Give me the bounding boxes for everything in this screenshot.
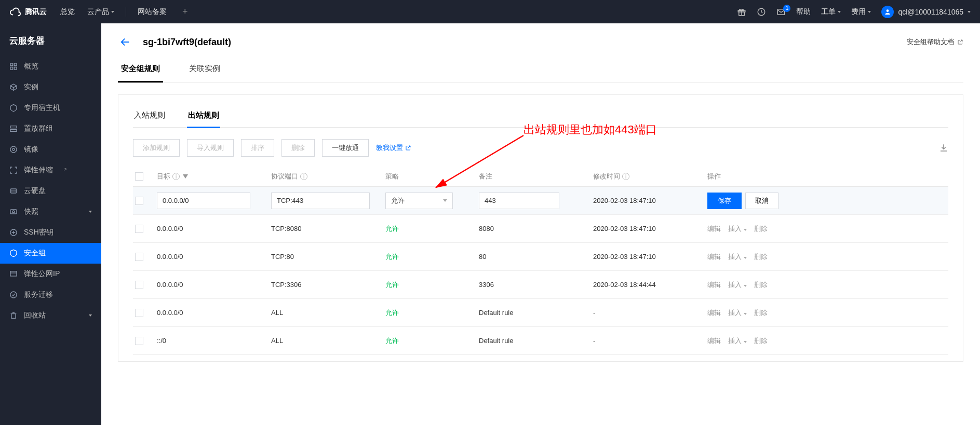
protocol-cell: TCP:3306 [271, 281, 385, 289]
back-button[interactable] [118, 35, 132, 49]
note-cell: 8080 [479, 225, 593, 232]
tab-outbound[interactable]: 出站规则 [187, 107, 220, 128]
download-icon[interactable] [939, 143, 948, 153]
delete-button[interactable]: 删除 [281, 139, 315, 157]
sidebar-item-2[interactable]: 专用宿主机 [0, 98, 101, 118]
edit-link[interactable]: 编辑 [707, 224, 721, 234]
sidebar-item-label: 弹性伸缩 [24, 166, 53, 175]
sidebar-item-label: 概览 [24, 62, 38, 71]
nav-help[interactable]: 帮助 [796, 7, 811, 17]
tab-inbound[interactable]: 入站规则 [133, 107, 166, 128]
select-all-checkbox[interactable] [135, 172, 143, 181]
edit-link[interactable]: 编辑 [707, 252, 721, 262]
target-input[interactable] [157, 193, 250, 209]
note-input[interactable] [479, 193, 559, 209]
row-checkbox[interactable] [135, 337, 143, 345]
cancel-button[interactable]: 取消 [745, 193, 778, 209]
teach-link[interactable]: 教我设置 [376, 139, 411, 157]
row-checkbox[interactable] [135, 253, 143, 261]
row-checkbox[interactable] [135, 225, 143, 233]
mail-icon[interactable]: 1 [776, 7, 786, 17]
row-checkbox[interactable] [135, 309, 143, 317]
delete-link[interactable]: 删除 [754, 280, 768, 290]
delete-link[interactable]: 删除 [754, 224, 768, 234]
chevron-down-icon [838, 11, 841, 13]
policy-cell: 允许 [385, 308, 479, 318]
policy-select[interactable]: 允许 [385, 193, 453, 209]
sidebar-item-label: 专用宿主机 [24, 103, 60, 113]
tab-associated[interactable]: 关联实例 [186, 59, 223, 83]
svg-point-4 [887, 9, 889, 12]
chevron-down-icon [744, 313, 747, 315]
edit-link[interactable]: 编辑 [707, 308, 721, 318]
time-cell: 2020-02-03 18:44:44 [593, 281, 707, 289]
sidebar-item-label: 云硬盘 [24, 186, 46, 196]
time-cell: 2020-02-03 18:47:10 [593, 197, 707, 204]
insert-link[interactable]: 插入 [728, 336, 747, 346]
sidebar-item-12[interactable]: 回收站 [0, 305, 101, 326]
insert-link[interactable]: 插入 [728, 308, 747, 318]
sidebar-icon [9, 187, 18, 195]
insert-link[interactable]: 插入 [728, 252, 747, 262]
filter-icon[interactable] [183, 174, 188, 179]
delete-link[interactable]: 删除 [754, 252, 768, 262]
username: qcl@100011841065 [898, 8, 963, 16]
row-checkbox[interactable] [135, 281, 143, 289]
insert-link[interactable]: 插入 [728, 224, 747, 234]
sidebar-icon [9, 145, 18, 154]
rules-panel: 入站规则 出站规则 出站规则里也加如443端口 添加规则 导入规则 排序 删除 … [118, 94, 963, 362]
sidebar-icon [9, 83, 18, 91]
protocol-input[interactable] [271, 193, 370, 209]
nav-products[interactable]: 云产品 [87, 7, 114, 17]
sidebar-item-0[interactable]: 概览 [0, 56, 101, 77]
sidebar-item-8[interactable]: SSH密钥 [0, 222, 101, 243]
row-checkbox[interactable] [135, 197, 143, 205]
nav-beian[interactable]: 网站备案 [138, 7, 167, 17]
insert-link[interactable]: 插入 [728, 280, 747, 290]
sidebar-item-10[interactable]: 弹性公网IP [0, 264, 101, 284]
sidebar-item-label: 置放群组 [24, 124, 53, 133]
target-cell: 0.0.0.0/0 [157, 309, 271, 317]
help-doc-link[interactable]: 安全组帮助文档 [907, 37, 963, 47]
sidebar-icon [9, 228, 18, 237]
sidebar-item-label: 镜像 [24, 145, 38, 154]
nav-ticket[interactable]: 工单 [821, 7, 841, 17]
user-menu[interactable]: qcl@100011841065 [881, 6, 971, 18]
sidebar-item-3[interactable]: 置放群组 [0, 118, 101, 139]
sidebar-item-6[interactable]: 云硬盘 [0, 181, 101, 201]
tab-rules[interactable]: 安全组规则 [118, 59, 163, 83]
policy-cell: 允许 [385, 224, 479, 234]
note-cell: Default rule [479, 309, 593, 317]
delete-link[interactable]: 删除 [754, 336, 768, 346]
time-cell: - [593, 309, 707, 317]
brand[interactable]: 腾讯云 [9, 6, 47, 18]
time-cell: 2020-02-03 18:47:10 [593, 225, 707, 232]
add-rule-button[interactable]: 添加规则 [133, 139, 180, 157]
svg-rect-10 [10, 129, 17, 131]
sidebar-item-9[interactable]: 安全组 [0, 243, 101, 264]
clock-icon[interactable] [757, 7, 766, 17]
nav-cost[interactable]: 费用 [851, 7, 871, 17]
edit-link[interactable]: 编辑 [707, 336, 721, 346]
sidebar-item-4[interactable]: 镜像 [0, 139, 101, 160]
sidebar-item-5[interactable]: 弹性伸缩 [0, 160, 101, 181]
gift-icon[interactable] [737, 7, 746, 17]
sidebar-item-1[interactable]: 实例 [0, 77, 101, 98]
info-icon[interactable]: i [622, 173, 629, 180]
open-all-button[interactable]: 一键放通 [322, 139, 369, 157]
mail-badge: 1 [783, 5, 790, 12]
delete-link[interactable]: 删除 [754, 308, 768, 318]
sort-button[interactable]: 排序 [241, 139, 274, 157]
svg-rect-18 [10, 271, 17, 276]
import-rule-button[interactable]: 导入规则 [187, 139, 234, 157]
add-shortcut-button[interactable]: + [182, 6, 188, 17]
sidebar-item-7[interactable]: 快照 [0, 201, 101, 222]
edit-link[interactable]: 编辑 [707, 280, 721, 290]
info-icon[interactable]: i [172, 173, 180, 180]
save-button[interactable]: 保存 [707, 193, 742, 209]
nav-overview[interactable]: 总览 [60, 7, 75, 17]
sidebar-item-11[interactable]: 服务迁移 [0, 284, 101, 305]
info-icon[interactable]: i [300, 173, 307, 180]
svg-rect-15 [10, 210, 17, 214]
topbar-right: 1 帮助 工单 费用 qcl@100011841065 [737, 6, 971, 18]
